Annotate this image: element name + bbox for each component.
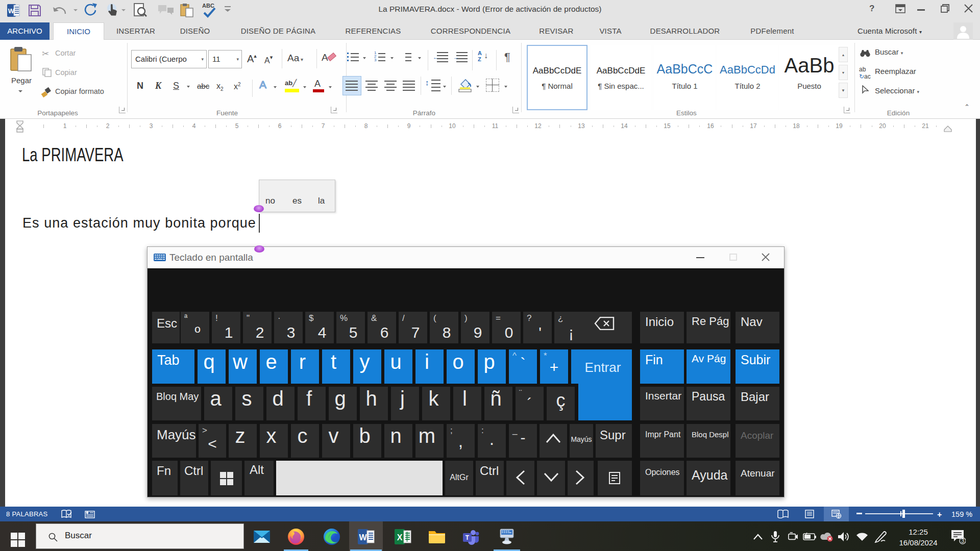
svg-text:W: W [359,533,367,542]
svg-text:T: T [465,534,470,541]
svg-text:3: 3 [961,538,964,544]
svg-text:X: X [397,533,403,542]
